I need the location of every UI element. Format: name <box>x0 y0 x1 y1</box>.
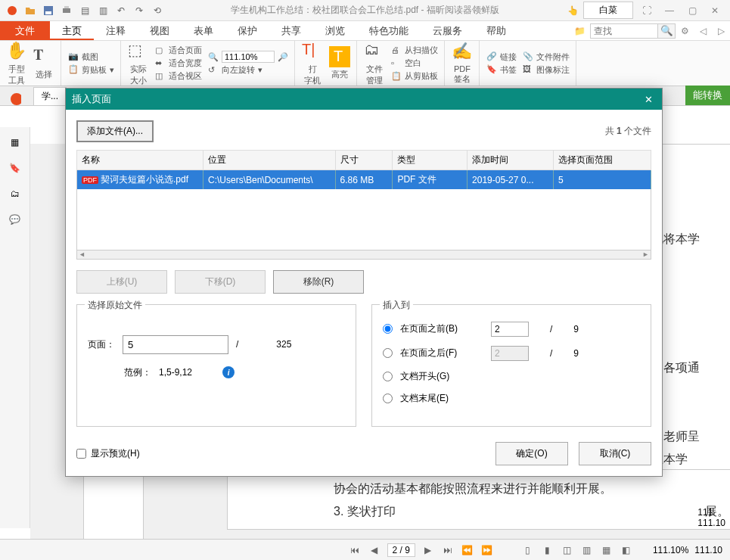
page-indicator[interactable]: 2 / 9 <box>387 543 415 557</box>
search-folder-icon[interactable]: 📁 <box>574 26 586 36</box>
nav-comments-icon[interactable]: 💬 <box>8 212 23 227</box>
highlight-tool[interactable]: T高亮 <box>329 46 350 80</box>
search-button[interactable]: 🔍 <box>657 23 676 39</box>
zoom-input[interactable] <box>222 51 275 63</box>
tab-annot[interactable]: 注释 <box>94 21 138 40</box>
add-file-button[interactable]: 添加文件(A)... <box>76 120 154 142</box>
clipboard-tool[interactable]: 📋剪贴板▾ <box>68 64 114 76</box>
save-icon[interactable] <box>42 5 54 17</box>
table-h-scrollbar[interactable] <box>76 250 651 260</box>
bookmark-tool[interactable]: 🔖书签 <box>486 64 517 76</box>
tab-protect[interactable]: 保护 <box>225 21 269 40</box>
user-name[interactable]: 白菜 <box>583 2 633 19</box>
last-page-icon[interactable]: ⏭ <box>441 543 455 557</box>
actual-size-tool[interactable]: ⬚实际 大小 <box>128 41 149 86</box>
tab-form[interactable]: 表单 <box>182 21 225 40</box>
tab-cloud[interactable]: 云服务 <box>421 21 474 40</box>
nav-thumbs-icon[interactable]: ▦ <box>8 135 23 150</box>
fit-width-tool[interactable]: ⬌适合宽度 <box>155 58 202 69</box>
source-legend: 选择原始文件 <box>85 299 145 312</box>
tab-help[interactable]: 帮助 <box>474 21 518 40</box>
col-type[interactable]: 类型 <box>393 151 468 170</box>
fit-visible-tool[interactable]: ◫适合视区 <box>155 70 202 82</box>
dialog-close-icon[interactable]: ✕ <box>641 94 656 105</box>
file-tab[interactable]: 文件 <box>0 21 50 40</box>
before-page-input[interactable] <box>491 322 529 337</box>
col-loc[interactable]: 位置 <box>203 151 335 170</box>
select-tool[interactable]: 𝐓选择 <box>33 46 54 80</box>
link-tool[interactable]: 🔗链接 <box>486 51 517 63</box>
preview-checkbox[interactable] <box>76 449 86 459</box>
tab-browse[interactable]: 浏览 <box>313 21 357 40</box>
view-single-icon[interactable]: ▯ <box>521 543 535 557</box>
prev-page-icon[interactable]: ◀ <box>368 543 381 557</box>
blank-tool[interactable]: ▫空白 <box>391 58 438 69</box>
tab-feature[interactable]: 特色功能 <box>357 21 421 40</box>
tab-home[interactable]: 主页 <box>50 21 94 40</box>
doc-icon[interactable]: ▤ <box>79 5 91 17</box>
col-size[interactable]: 尺寸 <box>335 151 393 170</box>
view-grid-icon[interactable]: ▦ <box>600 543 614 557</box>
radio-before[interactable] <box>383 324 393 334</box>
page-thumbnail[interactable] <box>83 469 144 539</box>
cancel-button[interactable]: 取消(C) <box>579 442 651 465</box>
first-page-icon[interactable]: ⏮ <box>348 543 362 557</box>
img-note-tool[interactable]: 🖼图像标注 <box>523 64 570 76</box>
document-tab[interactable]: 学... <box>33 87 67 105</box>
table-row[interactable]: PDF契诃夫短篇小说选.pdf C:\Users\Ben\Documents\ … <box>77 170 651 190</box>
fit-page-tool[interactable]: ▢适合页面 <box>155 45 202 56</box>
radio-end[interactable] <box>383 394 393 403</box>
prev-icon[interactable]: ◁ <box>694 23 712 39</box>
tab-share[interactable]: 共享 <box>269 21 313 40</box>
col-name[interactable]: 名称 <box>77 151 203 170</box>
preview-checkbox-row[interactable]: 显示预览(H) <box>76 447 140 460</box>
back-icon[interactable]: ⏪ <box>461 543 474 557</box>
hand-tool[interactable]: ✋手型 工具 <box>6 41 27 86</box>
zoom-out-icon[interactable]: 🔍 <box>208 52 219 62</box>
redo-icon[interactable]: ↷ <box>133 5 145 17</box>
move-up-button[interactable]: 上移(U) <box>76 270 167 294</box>
pdf-sign-tool[interactable]: ✍PDF 签名 <box>452 42 473 85</box>
view-full-icon[interactable]: ◧ <box>620 543 633 557</box>
view-book-icon[interactable]: ▥ <box>580 543 594 557</box>
maximize-icon[interactable]: ▢ <box>683 3 701 18</box>
radio-start[interactable] <box>383 372 393 381</box>
view-cont-icon[interactable]: ▮ <box>541 543 554 557</box>
next-page-icon[interactable]: ▶ <box>421 543 435 557</box>
page-input[interactable] <box>123 335 228 354</box>
remove-button[interactable]: 移除(R) <box>273 270 364 294</box>
open-icon[interactable] <box>24 5 36 17</box>
nav-bookmark-icon[interactable]: 🔖 <box>8 160 23 176</box>
print-icon[interactable] <box>61 5 73 17</box>
info-icon[interactable]: i <box>222 366 235 378</box>
doc2-icon[interactable]: ▥ <box>97 5 109 17</box>
minimize-icon[interactable]: — <box>660 3 679 18</box>
attach-tool[interactable]: 📎文件附件 <box>523 51 570 63</box>
move-down-button[interactable]: 下移(D) <box>175 270 266 294</box>
col-added[interactable]: 添加时间 <box>468 151 554 170</box>
typewriter-tool[interactable]: T|打 字机 <box>302 41 323 86</box>
dialog-title-bar[interactable]: 插入页面 ✕ <box>66 89 662 110</box>
from-clip-tool[interactable]: 📋从剪贴板 <box>391 70 438 82</box>
file-mgmt-tool[interactable]: 🗂文件 管理 <box>364 41 385 86</box>
zoom-in-icon[interactable]: 🔎 <box>278 52 288 62</box>
convert-button[interactable]: 能转换 <box>685 86 730 105</box>
view-facing-icon[interactable]: ◫ <box>561 543 574 557</box>
next-icon[interactable]: ▷ <box>712 23 730 39</box>
search-input[interactable] <box>590 23 658 39</box>
ok-button[interactable]: 确定(O) <box>495 442 568 465</box>
fwd-icon[interactable]: ⏩ <box>480 543 494 557</box>
col-range[interactable]: 选择页面范围 <box>553 151 651 170</box>
rotate-left-tool[interactable]: ↺向左旋转▾ <box>208 64 288 76</box>
undo-icon[interactable]: ↶ <box>115 5 127 17</box>
fullscreen-icon[interactable]: ⛶ <box>638 3 656 18</box>
scan-tool[interactable]: 🖨从扫描仪 <box>391 45 438 56</box>
radio-after[interactable] <box>383 348 393 358</box>
screenshot-tool[interactable]: 📷截图 <box>68 51 114 63</box>
history-icon[interactable]: ⟲ <box>151 5 163 17</box>
settings-gear-icon[interactable]: ⚙ <box>676 23 694 39</box>
close-window-icon[interactable]: ✕ <box>706 3 724 18</box>
tab-view[interactable]: 视图 <box>138 21 182 40</box>
nav-layers-icon[interactable]: 🗂 <box>8 186 23 201</box>
file-table[interactable]: 名称 位置 尺寸 类型 添加时间 选择页面范围 PDF契诃夫短篇小说选.pdf … <box>76 150 651 250</box>
